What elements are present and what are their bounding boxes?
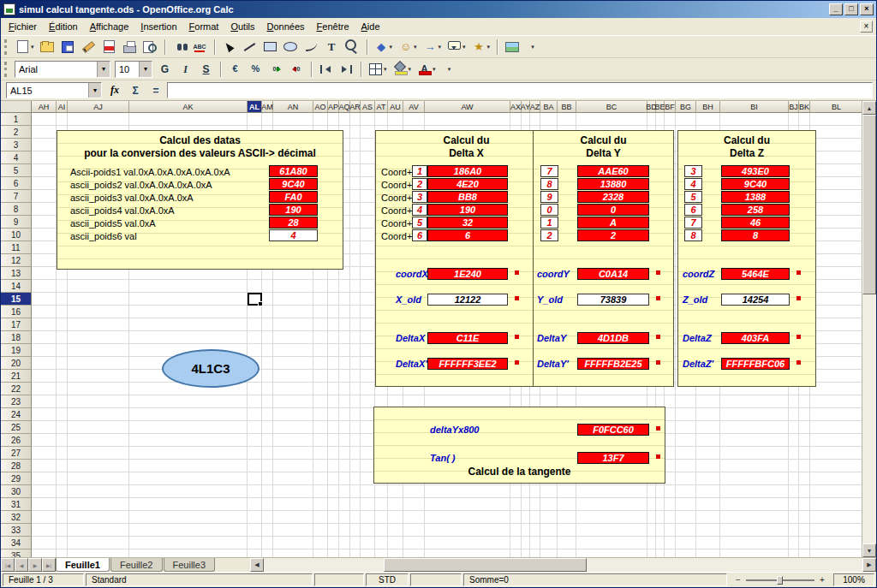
delta-y-field-value[interactable]: 4D1DB	[577, 332, 649, 344]
delta-x-coord-value[interactable]: 186A0	[427, 165, 508, 177]
borders-button[interactable]: ▾	[366, 60, 390, 79]
scroll-right-button[interactable]: ▶	[862, 558, 876, 572]
select-all-corner[interactable]	[1, 101, 32, 113]
column-header-ar[interactable]: AR	[350, 101, 361, 113]
delta-x-coord-value[interactable]: 6	[427, 229, 508, 241]
close-button[interactable]: ×	[860, 3, 874, 15]
column-header-ap[interactable]: AP	[328, 101, 339, 113]
delta-x-coord-value[interactable]: 32	[427, 217, 508, 229]
row-header-3[interactable]: 3	[1, 139, 32, 151]
ascii-row-value[interactable]: 9C40	[269, 178, 318, 190]
insert-ellipse-button[interactable]	[281, 38, 301, 56]
block-arrows-button[interactable]: →▾	[421, 38, 444, 56]
column-header-aw[interactable]: AW	[425, 101, 510, 113]
menu-fenetre[interactable]: Fenêtre	[311, 19, 355, 34]
column-header-bk[interactable]: BK	[799, 101, 810, 113]
delta-z-coord-value[interactable]: 493E0	[721, 165, 790, 177]
save-button[interactable]	[58, 38, 78, 56]
dropdown-arrow-icon[interactable]: ▾	[88, 83, 101, 98]
delta-z-coord-num[interactable]: 7	[684, 217, 702, 229]
delta-z-coord-value[interactable]: 258	[721, 204, 790, 216]
font-name-combo[interactable]: Arial ▾	[15, 61, 110, 78]
horizontal-scroll-track[interactable]	[264, 558, 862, 572]
column-header-ay[interactable]: AY	[522, 101, 530, 113]
ascii-row-value[interactable]: 4	[269, 229, 318, 241]
row-header-27[interactable]: 27	[1, 447, 32, 460]
row-header-28[interactable]: 28	[1, 460, 32, 472]
zoom-button[interactable]	[343, 38, 362, 56]
ascii-row-value[interactable]: 28	[269, 217, 318, 229]
minimize-button[interactable]: _	[829, 3, 843, 15]
row-header-1[interactable]: 1	[1, 113, 32, 126]
delta-x-field-value[interactable]: 1E240	[427, 268, 508, 280]
delta-z-field-value[interactable]: 5464E	[721, 268, 790, 280]
delta-x-field-value[interactable]: FFFFFF3EE2	[427, 358, 508, 370]
zoom-slider[interactable]	[746, 579, 814, 581]
sheet-grid[interactable]: Calcul des dataspour la conversion des v…	[32, 113, 862, 557]
row-header-9[interactable]: 9	[1, 216, 32, 229]
select-tool-button[interactable]	[219, 38, 239, 56]
tangente-field-value[interactable]: F0FCC60	[577, 424, 649, 436]
previous-sheet-button[interactable]: ◀	[15, 558, 28, 572]
menu-aide[interactable]: Aide	[355, 19, 386, 34]
delta-y-coord-value[interactable]: AAE60	[577, 165, 649, 177]
toolbar-more-button[interactable]: ▾	[439, 60, 459, 79]
delta-x-coord-num[interactable]: 3	[412, 191, 427, 203]
row-header-8[interactable]: 8	[1, 203, 32, 216]
sheet-tab-feuille3[interactable]: Feuille3	[164, 558, 216, 572]
delta-z-field-value[interactable]: 403FA	[721, 332, 790, 344]
dropdown-arrow-icon[interactable]: ▾	[139, 62, 152, 77]
menu-donnees[interactable]: Données	[261, 19, 311, 34]
zoom-in-button[interactable]: +	[818, 575, 826, 585]
delta-z-coord-value[interactable]: 1388	[721, 191, 790, 203]
vertical-scrollbar[interactable]: ▲ ▼	[862, 101, 876, 557]
delta-z-coord-num[interactable]: 3	[684, 165, 702, 177]
vertical-scroll-thumb[interactable]	[862, 115, 876, 294]
row-header-22[interactable]: 22	[1, 383, 32, 395]
row-header-29[interactable]: 29	[1, 472, 32, 485]
delta-y-coord-value[interactable]: 0	[577, 204, 649, 216]
delta-z-field-value[interactable]: 14254	[721, 294, 790, 306]
horizontal-scroll-thumb[interactable]	[384, 558, 588, 572]
column-header-an[interactable]: AN	[273, 101, 313, 113]
add-decimal-button[interactable]: 00	[266, 60, 286, 79]
column-header-as[interactable]: AS	[361, 101, 375, 113]
underline-button[interactable]: S	[196, 60, 216, 79]
toolbar-drag-handle[interactable]	[4, 62, 9, 77]
delta-x-coord-num[interactable]: 6	[412, 229, 427, 241]
formula-input[interactable]	[167, 82, 873, 98]
delta-x-field-value[interactable]: C11E	[427, 332, 508, 344]
row-header-4[interactable]: 4	[1, 151, 32, 164]
scroll-left-button[interactable]: ◀	[250, 558, 264, 572]
delta-y-coord-value[interactable]: 2	[577, 229, 649, 241]
dropdown-arrow-icon[interactable]: ▾	[97, 62, 110, 77]
row-header-33[interactable]: 33	[1, 524, 32, 537]
delta-z-coord-num[interactable]: 6	[684, 204, 702, 216]
ascii-row-value[interactable]: 61A80	[269, 165, 318, 177]
spellcheck-button[interactable]: ABC	[190, 38, 210, 56]
delta-z-coord-num[interactable]: 5	[684, 191, 702, 203]
row-header-30[interactable]: 30	[1, 485, 32, 498]
delta-x-coord-num[interactable]: 1	[412, 165, 427, 177]
column-header-av[interactable]: AV	[403, 101, 425, 113]
column-header-aj[interactable]: AJ	[68, 101, 129, 113]
sheet-tab-feuille2[interactable]: Feuille2	[110, 558, 163, 572]
column-header-az[interactable]: AZ	[530, 101, 540, 113]
font-color-button[interactable]: A▾	[415, 60, 438, 79]
row-header-12[interactable]: 12	[1, 254, 32, 267]
new-document-button[interactable]: ▾	[13, 38, 37, 56]
delta-y-coord-num[interactable]: 2	[540, 229, 558, 241]
format-currency-button[interactable]: €	[225, 60, 245, 79]
bold-button[interactable]: G	[155, 60, 175, 79]
find-replace-button[interactable]	[170, 38, 189, 56]
row-header-34[interactable]: 34	[1, 537, 32, 549]
scroll-down-button[interactable]: ▼	[862, 543, 876, 557]
delta-x-coord-value[interactable]: 190	[427, 204, 508, 216]
first-sheet-button[interactable]: |◀	[1, 558, 15, 572]
delta-y-coord-value[interactable]: 13880	[577, 178, 649, 190]
scroll-up-button[interactable]: ▲	[862, 101, 876, 115]
insert-line-button[interactable]	[240, 38, 260, 56]
delta-x-coord-num[interactable]: 5	[412, 217, 427, 229]
edit-file-button[interactable]	[79, 38, 98, 56]
menu-format[interactable]: Format	[183, 19, 225, 34]
